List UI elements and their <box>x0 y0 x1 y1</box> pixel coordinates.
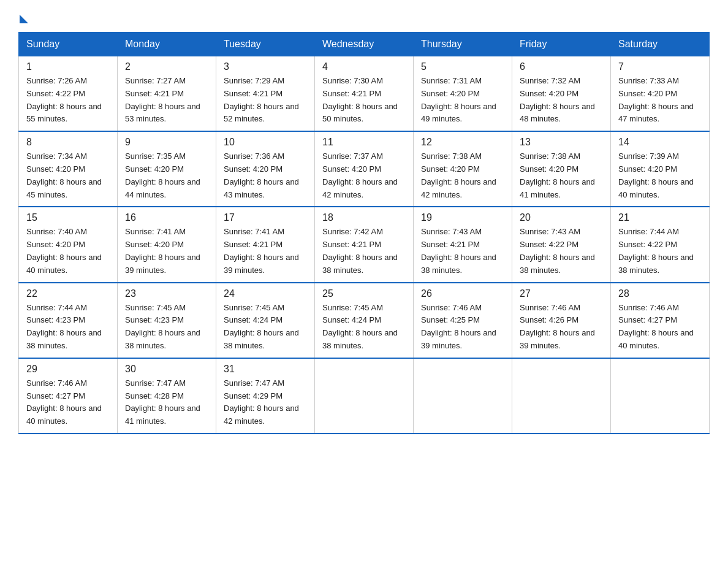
calendar-cell: 10Sunrise: 7:36 AMSunset: 4:20 PMDayligh… <box>216 131 315 207</box>
calendar-cell: 20Sunrise: 7:43 AMSunset: 4:22 PMDayligh… <box>512 207 611 282</box>
day-info: Sunrise: 7:43 AMSunset: 4:21 PMDaylight:… <box>421 226 504 277</box>
day-number: 1 <box>26 61 110 72</box>
day-info: Sunrise: 7:42 AMSunset: 4:21 PMDaylight:… <box>322 226 406 277</box>
day-number: 24 <box>224 288 307 299</box>
col-header-saturday: Saturday <box>611 33 710 56</box>
page-header <box>18 12 710 20</box>
calendar-cell: 12Sunrise: 7:38 AMSunset: 4:20 PMDayligh… <box>414 131 512 207</box>
calendar-cell: 19Sunrise: 7:43 AMSunset: 4:21 PMDayligh… <box>414 207 512 282</box>
calendar-cell: 14Sunrise: 7:39 AMSunset: 4:20 PMDayligh… <box>611 131 710 207</box>
week-row-4: 22Sunrise: 7:44 AMSunset: 4:23 PMDayligh… <box>19 283 710 358</box>
day-info: Sunrise: 7:43 AMSunset: 4:22 PMDaylight:… <box>520 226 603 277</box>
week-row-3: 15Sunrise: 7:40 AMSunset: 4:20 PMDayligh… <box>19 207 710 282</box>
day-number: 27 <box>520 288 603 299</box>
col-header-friday: Friday <box>512 33 611 56</box>
calendar-cell: 28Sunrise: 7:46 AMSunset: 4:27 PMDayligh… <box>611 283 710 358</box>
week-row-5: 29Sunrise: 7:46 AMSunset: 4:27 PMDayligh… <box>19 358 710 434</box>
day-info: Sunrise: 7:40 AMSunset: 4:20 PMDaylight:… <box>26 226 110 277</box>
day-number: 29 <box>26 364 110 375</box>
day-info: Sunrise: 7:30 AMSunset: 4:21 PMDaylight:… <box>322 75 406 126</box>
calendar-cell: 29Sunrise: 7:46 AMSunset: 4:27 PMDayligh… <box>19 358 118 434</box>
calendar-cell: 27Sunrise: 7:46 AMSunset: 4:26 PMDayligh… <box>512 283 611 358</box>
day-info: Sunrise: 7:44 AMSunset: 4:23 PMDaylight:… <box>26 302 110 353</box>
day-number: 17 <box>224 212 307 223</box>
day-number: 8 <box>26 137 110 148</box>
day-number: 22 <box>26 288 110 299</box>
day-number: 25 <box>322 288 406 299</box>
calendar-header-row: SundayMondayTuesdayWednesdayThursdayFrid… <box>19 33 710 56</box>
day-info: Sunrise: 7:31 AMSunset: 4:20 PMDaylight:… <box>421 75 504 126</box>
day-info: Sunrise: 7:41 AMSunset: 4:20 PMDaylight:… <box>125 226 208 277</box>
day-info: Sunrise: 7:35 AMSunset: 4:20 PMDaylight:… <box>125 150 208 201</box>
day-number: 12 <box>421 137 504 148</box>
day-info: Sunrise: 7:36 AMSunset: 4:20 PMDaylight:… <box>224 150 307 201</box>
calendar-cell: 15Sunrise: 7:40 AMSunset: 4:20 PMDayligh… <box>19 207 118 282</box>
day-number: 2 <box>125 61 208 72</box>
calendar-cell: 21Sunrise: 7:44 AMSunset: 4:22 PMDayligh… <box>611 207 710 282</box>
week-row-1: 1Sunrise: 7:26 AMSunset: 4:22 PMDaylight… <box>19 56 710 132</box>
week-row-2: 8Sunrise: 7:34 AMSunset: 4:20 PMDaylight… <box>19 131 710 207</box>
calendar-cell: 22Sunrise: 7:44 AMSunset: 4:23 PMDayligh… <box>19 283 118 358</box>
day-info: Sunrise: 7:47 AMSunset: 4:28 PMDaylight:… <box>125 377 208 428</box>
day-number: 9 <box>125 137 208 148</box>
calendar-cell: 8Sunrise: 7:34 AMSunset: 4:20 PMDaylight… <box>19 131 118 207</box>
day-number: 26 <box>421 288 504 299</box>
calendar-cell: 13Sunrise: 7:38 AMSunset: 4:20 PMDayligh… <box>512 131 611 207</box>
day-info: Sunrise: 7:26 AMSunset: 4:22 PMDaylight:… <box>26 75 110 126</box>
calendar-cell: 7Sunrise: 7:33 AMSunset: 4:20 PMDaylight… <box>611 56 710 132</box>
calendar-cell: 17Sunrise: 7:41 AMSunset: 4:21 PMDayligh… <box>216 207 315 282</box>
day-number: 15 <box>26 212 110 223</box>
day-info: Sunrise: 7:46 AMSunset: 4:25 PMDaylight:… <box>421 302 504 353</box>
calendar-cell <box>512 358 611 434</box>
calendar-cell: 18Sunrise: 7:42 AMSunset: 4:21 PMDayligh… <box>315 207 414 282</box>
day-info: Sunrise: 7:44 AMSunset: 4:22 PMDaylight:… <box>618 226 702 277</box>
col-header-sunday: Sunday <box>19 33 118 56</box>
day-number: 30 <box>125 364 208 375</box>
day-number: 31 <box>224 364 307 375</box>
day-info: Sunrise: 7:46 AMSunset: 4:27 PMDaylight:… <box>26 377 110 428</box>
calendar-cell: 1Sunrise: 7:26 AMSunset: 4:22 PMDaylight… <box>19 56 118 132</box>
day-number: 18 <box>322 212 406 223</box>
day-info: Sunrise: 7:46 AMSunset: 4:27 PMDaylight:… <box>618 302 702 353</box>
calendar-cell <box>611 358 710 434</box>
day-info: Sunrise: 7:41 AMSunset: 4:21 PMDaylight:… <box>224 226 307 277</box>
day-info: Sunrise: 7:46 AMSunset: 4:26 PMDaylight:… <box>520 302 603 353</box>
day-info: Sunrise: 7:38 AMSunset: 4:20 PMDaylight:… <box>520 150 603 201</box>
day-info: Sunrise: 7:39 AMSunset: 4:20 PMDaylight:… <box>618 150 702 201</box>
day-number: 14 <box>618 137 702 148</box>
day-info: Sunrise: 7:33 AMSunset: 4:20 PMDaylight:… <box>618 75 702 126</box>
calendar-cell: 30Sunrise: 7:47 AMSunset: 4:28 PMDayligh… <box>118 358 216 434</box>
calendar-cell: 16Sunrise: 7:41 AMSunset: 4:20 PMDayligh… <box>118 207 216 282</box>
day-number: 5 <box>421 61 504 72</box>
day-number: 21 <box>618 212 702 223</box>
calendar-cell <box>414 358 512 434</box>
logo <box>18 12 28 20</box>
day-info: Sunrise: 7:45 AMSunset: 4:23 PMDaylight:… <box>125 302 208 353</box>
day-number: 20 <box>520 212 603 223</box>
col-header-wednesday: Wednesday <box>315 33 414 56</box>
day-info: Sunrise: 7:29 AMSunset: 4:21 PMDaylight:… <box>224 75 307 126</box>
calendar-cell: 26Sunrise: 7:46 AMSunset: 4:25 PMDayligh… <box>414 283 512 358</box>
calendar-cell: 2Sunrise: 7:27 AMSunset: 4:21 PMDaylight… <box>118 56 216 132</box>
day-info: Sunrise: 7:34 AMSunset: 4:20 PMDaylight:… <box>26 150 110 201</box>
day-number: 23 <box>125 288 208 299</box>
day-number: 4 <box>322 61 406 72</box>
calendar-table: SundayMondayTuesdayWednesdayThursdayFrid… <box>18 32 710 434</box>
calendar-cell: 11Sunrise: 7:37 AMSunset: 4:20 PMDayligh… <box>315 131 414 207</box>
day-number: 13 <box>520 137 603 148</box>
day-info: Sunrise: 7:45 AMSunset: 4:24 PMDaylight:… <box>322 302 406 353</box>
calendar-cell: 24Sunrise: 7:45 AMSunset: 4:24 PMDayligh… <box>216 283 315 358</box>
day-info: Sunrise: 7:45 AMSunset: 4:24 PMDaylight:… <box>224 302 307 353</box>
logo-arrow-icon <box>20 15 28 23</box>
day-number: 11 <box>322 137 406 148</box>
day-number: 19 <box>421 212 504 223</box>
day-info: Sunrise: 7:37 AMSunset: 4:20 PMDaylight:… <box>322 150 406 201</box>
calendar-cell: 25Sunrise: 7:45 AMSunset: 4:24 PMDayligh… <box>315 283 414 358</box>
day-info: Sunrise: 7:27 AMSunset: 4:21 PMDaylight:… <box>125 75 208 126</box>
calendar-cell: 5Sunrise: 7:31 AMSunset: 4:20 PMDaylight… <box>414 56 512 132</box>
calendar-cell: 31Sunrise: 7:47 AMSunset: 4:29 PMDayligh… <box>216 358 315 434</box>
col-header-monday: Monday <box>118 33 216 56</box>
day-number: 7 <box>618 61 702 72</box>
calendar-cell: 4Sunrise: 7:30 AMSunset: 4:21 PMDaylight… <box>315 56 414 132</box>
day-number: 3 <box>224 61 307 72</box>
